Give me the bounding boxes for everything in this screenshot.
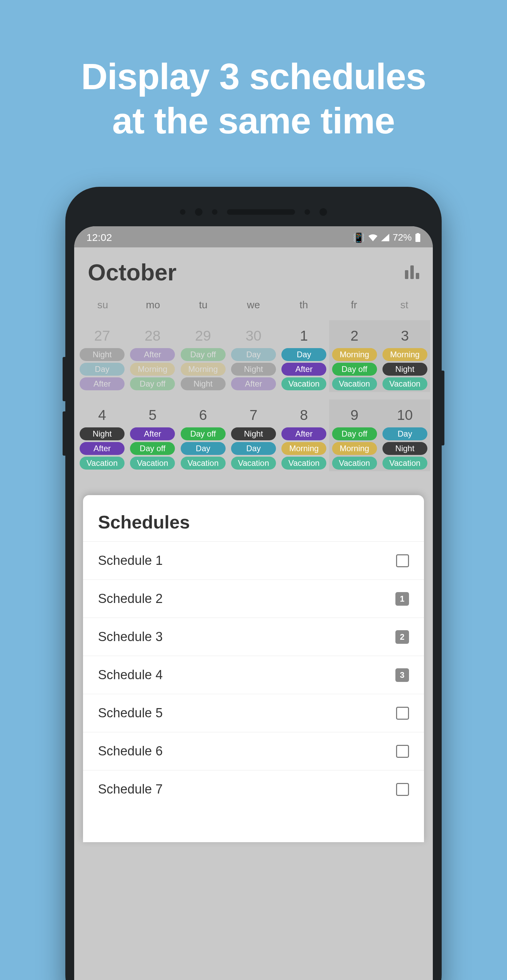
day-number: 27 xyxy=(94,328,110,344)
shift-pill: Day off xyxy=(181,348,226,361)
shift-pill: Vacation xyxy=(231,457,276,469)
schedule-item[interactable]: Schedule 32 xyxy=(83,617,424,656)
shift-pill: Vacation xyxy=(181,457,226,469)
schedules-sheet: Schedules Schedule 1Schedule 21Schedule … xyxy=(83,495,424,842)
day-number: 28 xyxy=(145,328,161,344)
schedule-label: Schedule 3 xyxy=(98,630,163,644)
shift-pill: Vacation xyxy=(383,457,428,469)
status-time: 12:02 xyxy=(86,232,112,243)
day-cell[interactable]: 28AfterMorningDay off xyxy=(127,320,178,392)
wifi-icon xyxy=(368,234,378,241)
shift-pill: Morning xyxy=(383,348,428,361)
shift-pill: Day xyxy=(383,427,428,440)
status-bar: 12:02 📳 72% xyxy=(74,226,433,247)
app-bar: October xyxy=(74,247,433,293)
day-number: 8 xyxy=(300,407,308,423)
headline-line-1: Display 3 schedules xyxy=(81,54,426,99)
weekday: mo xyxy=(128,299,178,311)
weekday-header: su mo tu we th fr st xyxy=(74,293,433,313)
position-badge[interactable]: 1 xyxy=(396,592,409,606)
day-number: 4 xyxy=(98,407,106,423)
day-cell[interactable]: 30DayNightAfter xyxy=(228,320,279,392)
shift-pill: Night xyxy=(79,348,124,361)
schedule-item[interactable]: Schedule 7 xyxy=(83,770,424,808)
weekday: th xyxy=(279,299,329,311)
schedule-item[interactable]: Schedule 43 xyxy=(83,656,424,694)
shift-pill: Night xyxy=(231,427,276,440)
day-number: 10 xyxy=(397,407,413,423)
day-cell[interactable]: 10DayNightVacation xyxy=(380,399,430,471)
day-cell[interactable]: 7NightDayVacation xyxy=(228,399,279,471)
schedule-checkbox[interactable] xyxy=(396,783,409,796)
device-frame: 12:02 📳 72% October su mo tu we th f xyxy=(65,187,442,980)
day-number: 6 xyxy=(199,407,207,423)
shift-pill: Day xyxy=(181,442,226,455)
svg-rect-0 xyxy=(415,234,420,242)
day-number: 1 xyxy=(300,328,308,344)
day-cell[interactable]: 8AfterMorningVacation xyxy=(279,399,329,471)
shift-pill: Morning xyxy=(332,348,377,361)
shift-pill: Night xyxy=(181,377,226,390)
shift-pill: Day off xyxy=(130,377,175,390)
shift-pill: Morning xyxy=(181,363,226,375)
shift-pill: Night xyxy=(383,363,428,375)
schedule-item[interactable]: Schedule 5 xyxy=(83,694,424,732)
day-number: 29 xyxy=(195,328,211,344)
shift-pill: Vacation xyxy=(332,377,377,390)
shift-pill: Day xyxy=(281,348,326,361)
shift-pill: After xyxy=(231,377,276,390)
shift-pill: Day xyxy=(231,348,276,361)
weekday: we xyxy=(228,299,279,311)
headline-line-2: at the same time xyxy=(81,99,426,143)
day-cell[interactable]: 29Day offMorningNight xyxy=(178,320,228,392)
battery-icon xyxy=(415,233,421,242)
schedule-checkbox[interactable] xyxy=(396,745,409,758)
shift-pill: Day off xyxy=(181,427,226,440)
schedule-label: Schedule 4 xyxy=(98,668,163,682)
shift-pill: After xyxy=(130,348,175,361)
day-number: 3 xyxy=(401,328,408,344)
day-number: 5 xyxy=(149,407,157,423)
day-cell[interactable]: 5AfterDay offVacation xyxy=(127,399,178,471)
screen: 12:02 📳 72% October su mo tu we th f xyxy=(74,226,433,980)
day-cell[interactable]: 9Day offMorningVacation xyxy=(329,399,380,471)
schedule-label: Schedule 6 xyxy=(98,744,163,759)
schedule-checkbox[interactable] xyxy=(396,707,409,720)
day-cell[interactable]: 2MorningDay offVacation xyxy=(329,320,380,392)
day-cell[interactable]: 6Day offDayVacation xyxy=(178,399,228,471)
schedule-item[interactable]: Schedule 1 xyxy=(83,541,424,579)
stats-icon[interactable] xyxy=(405,266,419,279)
shift-pill: After xyxy=(79,442,124,455)
shift-pill: Day xyxy=(79,363,124,375)
shift-pill: Day off xyxy=(130,442,175,455)
signal-icon xyxy=(381,234,389,241)
shift-pill: Day off xyxy=(332,427,377,440)
day-cell[interactable]: 1DayAfterVacation xyxy=(279,320,329,392)
day-cell[interactable]: 27NightDayAfter xyxy=(77,320,127,392)
day-number: 30 xyxy=(246,328,262,344)
day-cell[interactable]: 3MorningNightVacation xyxy=(380,320,430,392)
weekday: st xyxy=(379,299,429,311)
schedule-checkbox[interactable] xyxy=(396,554,409,567)
shift-pill: Day xyxy=(231,442,276,455)
weekday: fr xyxy=(329,299,380,311)
schedule-label: Schedule 5 xyxy=(98,706,163,721)
calendar: su mo tu we th fr st 27NightDayAfter28Af… xyxy=(74,293,433,485)
week-row: 4NightAfterVacation5AfterDay offVacation… xyxy=(74,399,433,471)
page-title: October xyxy=(88,259,176,285)
promo-headline: Display 3 schedules at the same time xyxy=(81,54,426,143)
schedule-item[interactable]: Schedule 21 xyxy=(83,579,424,617)
shift-pill: Vacation xyxy=(332,457,377,469)
shift-pill: Vacation xyxy=(281,457,326,469)
sheet-title: Schedules xyxy=(83,495,424,541)
day-cell[interactable]: 4NightAfterVacation xyxy=(77,399,127,471)
schedule-item[interactable]: Schedule 6 xyxy=(83,732,424,770)
position-badge[interactable]: 2 xyxy=(396,630,409,644)
day-number: 7 xyxy=(250,407,257,423)
shift-pill: Vacation xyxy=(281,377,326,390)
device-sensors xyxy=(74,202,433,222)
schedule-label: Schedule 2 xyxy=(98,592,163,606)
shift-pill: Day off xyxy=(332,363,377,375)
vibrate-icon: 📳 xyxy=(353,232,365,243)
position-badge[interactable]: 3 xyxy=(396,668,409,682)
